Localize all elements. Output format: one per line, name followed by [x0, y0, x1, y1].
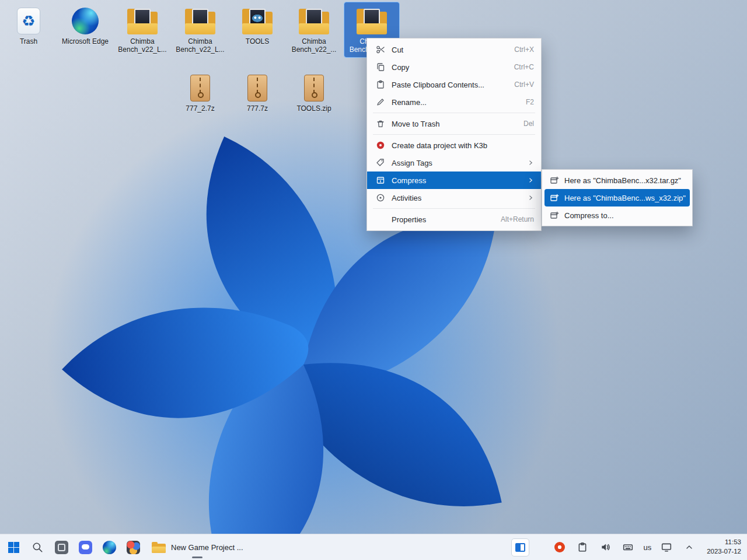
menu-item-properties[interactable]: Properties Alt+Return: [367, 211, 541, 228]
start-button[interactable]: [6, 540, 21, 555]
menu-item-cut[interactable]: Cut Ctrl+X: [367, 41, 541, 58]
menu-item-paste[interactable]: Paste Clipboard Contents... Ctrl+V: [367, 76, 541, 93]
desktop-icon-tools[interactable]: TOOLS: [230, 2, 285, 48]
desktop-icon-chimba-2[interactable]: Chimba Bench_v22_L...: [173, 2, 228, 57]
folder-task-icon: [152, 542, 166, 553]
desktop-icon-label: Trash: [1, 37, 56, 48]
menu-item-rename[interactable]: Rename... F2: [367, 93, 541, 111]
blank-icon-spacer: [375, 215, 385, 225]
active-window-indicator: [192, 556, 203, 558]
archive-7z-icon: [190, 75, 210, 102]
keyboard-icon[interactable]: [620, 540, 636, 555]
trash-bin-icon: ♻: [17, 8, 40, 34]
menu-item-compress[interactable]: Compress: [367, 172, 541, 189]
archive-plus-icon: [549, 211, 559, 220]
desktop-icon-label: Chimba Bench_v22_L...: [173, 37, 228, 57]
submenu-item-label: Compress to...: [564, 211, 685, 220]
expand-tray-chevron-icon[interactable]: [682, 540, 697, 555]
menu-item-k3b[interactable]: Create data project with K3b: [367, 136, 541, 154]
trash-icon: [375, 119, 385, 129]
archive-plus-icon: [549, 176, 559, 186]
k3b-disc-icon: [375, 141, 385, 150]
submenu-item-label: Here as "ChimbaBenc...ws_x32.zip": [564, 194, 686, 202]
submenu-chevron-icon: [527, 159, 534, 166]
desktop-icon-trash[interactable]: ♻ Trash: [1, 2, 56, 48]
submenu-item-label: Here as "ChimbaBenc...x32.tar.gz": [564, 176, 685, 185]
desktop-icon-777-2-7z[interactable]: 777_2.7z: [173, 69, 228, 116]
desktop-icon-label: 777.7z: [230, 104, 285, 116]
pencil-icon: [375, 97, 385, 107]
desktop-icon-chimba-3[interactable]: Chimba Bench_v22_...: [287, 2, 341, 57]
menu-separator: [373, 113, 535, 113]
archive-zip-icon: [304, 75, 324, 102]
volume-icon[interactable]: [598, 540, 613, 555]
copy-icon: [375, 62, 385, 72]
edge-icon: [72, 8, 99, 34]
folder-image-icon: [356, 8, 388, 34]
folder-image-icon: [298, 8, 330, 34]
pager-icon[interactable]: [511, 538, 529, 556]
folder-godot-icon: [242, 8, 273, 34]
menu-item-label: Properties: [392, 215, 494, 224]
submenu-item-targz[interactable]: Here as "ChimbaBenc...x32.tar.gz": [544, 172, 690, 189]
desktop-icon-label: 777_2.7z: [173, 104, 228, 116]
menu-item-move-to-trash[interactable]: Move to Trash Del: [367, 115, 541, 132]
display-icon[interactable]: [659, 540, 674, 555]
chat-app-icon[interactable]: [78, 540, 93, 555]
desktop-icon-label: TOOLS: [230, 37, 285, 48]
paint-app-icon[interactable]: [125, 540, 141, 555]
menu-item-label: Copy: [392, 63, 507, 72]
submenu-item-compress-to[interactable]: Compress to...: [544, 206, 690, 224]
taskbar-window-title: New Game Project ...: [171, 543, 243, 552]
folder-image-icon: [184, 8, 216, 34]
desktop-icon-777-7z[interactable]: 777.7z: [230, 69, 285, 116]
menu-item-label: Rename...: [392, 98, 519, 107]
clock[interactable]: 11:53 2023-07-12: [707, 538, 741, 556]
menu-item-label: Compress: [392, 176, 520, 185]
menu-item-shortcut: Del: [523, 120, 534, 128]
submenu-item-zip[interactable]: Here as "ChimbaBenc...ws_x32.zip": [544, 189, 690, 206]
desktop-icon-label: Chimba Bench_v22_L...: [115, 37, 170, 57]
alert-tray-icon[interactable]: [552, 540, 567, 555]
desktop-icon-edge[interactable]: Microsoft Edge: [58, 2, 113, 48]
desktop-icon-tools-zip[interactable]: TOOLS.zip: [287, 69, 341, 116]
menu-item-shortcut: Alt+Return: [501, 215, 534, 223]
language-indicator[interactable]: us: [643, 543, 651, 552]
desktop-icon-chimba-1[interactable]: Chimba Bench_v22_L...: [115, 2, 170, 57]
search-icon[interactable]: [30, 540, 45, 555]
app-window-icon[interactable]: [54, 540, 69, 555]
menu-item-copy[interactable]: Copy Ctrl+C: [367, 58, 541, 76]
menu-item-assign-tags[interactable]: Assign Tags: [367, 154, 541, 172]
menu-item-label: Move to Trash: [392, 120, 516, 128]
submenu-chevron-icon: [527, 194, 534, 201]
menu-item-label: Create data project with K3b: [392, 141, 534, 150]
menu-separator: [373, 134, 535, 135]
menu-item-shortcut: Ctrl+X: [514, 46, 534, 54]
menu-item-label: Activities: [392, 194, 520, 202]
menu-item-shortcut: Ctrl+V: [514, 80, 534, 89]
clipboard-tray-icon[interactable]: [575, 540, 590, 555]
clock-time: 11:53: [707, 538, 741, 547]
activities-icon: [375, 193, 385, 203]
tag-icon: [375, 158, 385, 168]
desktop-icon-label: Microsoft Edge: [58, 37, 113, 48]
edge-taskbar-icon[interactable]: [102, 540, 117, 555]
archive-compress-icon: [375, 176, 385, 186]
scissors-icon: [375, 45, 385, 55]
desktop-icon-label: TOOLS.zip: [287, 104, 341, 116]
compress-submenu: Here as "ChimbaBenc...x32.tar.gz" Here a…: [542, 169, 693, 226]
desktop-icon-label: Chimba Bench_v22_...: [287, 37, 341, 57]
taskbar-window-new-game-project[interactable]: New Game Project ...: [149, 534, 246, 560]
archive-plus-icon: [549, 193, 559, 203]
menu-item-activities[interactable]: Activities: [367, 189, 541, 206]
submenu-chevron-icon: [527, 177, 534, 184]
menu-item-label: Paste Clipboard Contents...: [392, 80, 507, 89]
menu-item-shortcut: Ctrl+C: [514, 63, 534, 71]
menu-item-label: Cut: [392, 46, 507, 54]
clipboard-paste-icon: [375, 80, 385, 90]
desktop: ♻ Trash Microsoft Edge Chimba Bench_v22_…: [0, 0, 747, 560]
archive-7z-icon: [247, 75, 267, 102]
folder-image-icon: [127, 8, 158, 34]
clock-date: 2023-07-12: [707, 547, 741, 556]
context-menu: Cut Ctrl+X Copy Ctrl+C Paste Clipboard C…: [366, 38, 542, 231]
